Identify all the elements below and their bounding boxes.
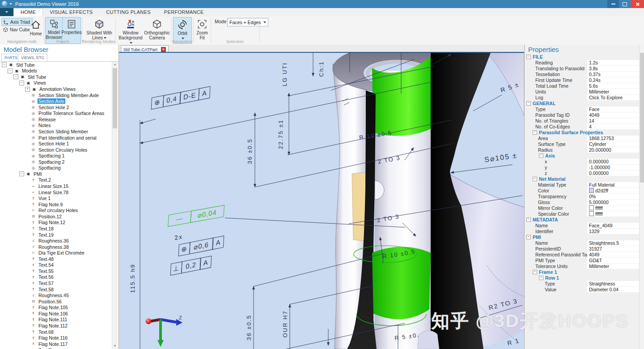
property-row[interactable]: Referenced Parasolid Tag ID4049: [525, 251, 639, 257]
tree-item[interactable]: TFlag Note.112: [0, 323, 111, 329]
property-row[interactable]: NameFace_4049: [525, 222, 639, 228]
property-row[interactable]: Radius20.000000: [525, 147, 639, 153]
property-row[interactable]: Tessellation0.37s: [525, 71, 639, 77]
property-row[interactable]: Surface TypeCylinder: [525, 141, 639, 147]
property-row[interactable]: Total Load Time5.6s: [525, 83, 639, 89]
collapse-icon[interactable]: −: [13, 74, 18, 79]
menu-tab-performance[interactable]: PERFORMANCE: [157, 8, 211, 16]
property-row[interactable]: z0.000000: [525, 170, 639, 176]
property-row[interactable]: TypeFace: [525, 106, 639, 112]
tree-item[interactable]: TFlag Note.117: [0, 341, 111, 347]
property-row[interactable]: Tolerance UnitsMillimeter: [525, 263, 639, 269]
tree-item[interactable]: TText.58: [0, 286, 111, 293]
tree-item[interactable]: ◎Release: [0, 116, 111, 123]
tab-close-icon[interactable]: ✕: [161, 47, 166, 52]
property-section-header[interactable]: −Row 1: [525, 275, 639, 281]
property-row[interactable]: Reading1.2s: [525, 60, 639, 65]
property-section-header[interactable]: −FILE: [525, 54, 639, 60]
property-row[interactable]: ValueDiameter 0.04: [525, 286, 639, 292]
property-row[interactable]: No. of Co-Edges4: [525, 123, 639, 129]
minimize-button[interactable]: [607, 0, 619, 8]
property-section-header[interactable]: −PMI: [525, 234, 639, 240]
maximize-button[interactable]: [619, 0, 631, 8]
zoom-fit-button[interactable]: Zoom Fit: [194, 17, 210, 43]
tree-item[interactable]: ◎Section Hole 1: [0, 140, 111, 147]
collapse-icon[interactable]: −: [19, 171, 24, 176]
tree-item[interactable]: TFlag Note.106: [0, 311, 111, 317]
property-row[interactable]: Transparency0%: [525, 193, 639, 199]
property-row[interactable]: PMI TypeGD&T: [525, 257, 639, 263]
tree-item[interactable]: ⊡Position.12: [0, 213, 111, 220]
tree-item[interactable]: ◎Spotfacing 2: [0, 159, 111, 165]
nav-cube-button[interactable]: Nav Cube: [1, 26, 32, 33]
property-row[interactable]: NameStraightness.5: [525, 240, 639, 246]
tree-item[interactable]: TText.2: [0, 177, 111, 183]
tree-item[interactable]: TText.7: [0, 347, 111, 349]
property-row[interactable]: Translating to Parasolid3.8s: [525, 65, 639, 71]
property-row[interactable]: Specular Colorffffff: [525, 211, 639, 217]
tree-item[interactable]: ⊡Position.56: [0, 298, 111, 305]
property-section-header[interactable]: −Axis: [525, 153, 639, 158]
property-section-header[interactable]: −METADATA: [525, 217, 639, 222]
tree-item[interactable]: ◎Notes: [0, 123, 111, 129]
property-section-header[interactable]: −Parasolid Surface Properties: [525, 129, 639, 135]
tree-item[interactable]: −▣Sld Tube: [0, 74, 111, 80]
property-row[interactable]: UnitsMillimeter: [525, 89, 639, 94]
tree-item[interactable]: TText.18: [0, 226, 111, 232]
property-row[interactable]: Area1868.12753: [525, 135, 639, 141]
tree-item[interactable]: ⌐Linear Size.78: [0, 189, 111, 196]
tree-item[interactable]: TFlag Note.111: [0, 317, 111, 323]
tree-item[interactable]: ◎Spotfacing: [0, 165, 111, 171]
property-row[interactable]: Identifier1329: [525, 228, 639, 234]
tree-item[interactable]: TFlag Note.12: [0, 220, 111, 226]
property-section-header[interactable]: −Net Material: [525, 176, 639, 182]
tree-item[interactable]: ◎Profile Tolerance Surface Areas: [0, 111, 111, 117]
tree-item[interactable]: ⚐Dia Tige Ext Chromée: [0, 250, 111, 256]
orthographic-camera-button[interactable]: Orthographic Camera: [144, 17, 170, 43]
tree-item[interactable]: ◎Section Sliding Member: [0, 128, 111, 135]
menu-tab-visual-effects[interactable]: VISUAL EFFECTS: [43, 8, 99, 16]
tree-item[interactable]: −▣Views: [0, 80, 111, 86]
tree-item[interactable]: TFlag Note.105: [0, 305, 111, 311]
collapse-icon[interactable]: −: [526, 55, 531, 59]
property-row[interactable]: Material TypeFull Material: [525, 182, 639, 187]
expand-icon[interactable]: +: [25, 87, 30, 92]
collapse-icon[interactable]: −: [526, 101, 531, 106]
property-row[interactable]: LogClick To Explore: [525, 94, 639, 100]
tree-item[interactable]: ◎Section Circulary Holes: [0, 147, 111, 153]
tree-item[interactable]: TText.68: [0, 329, 111, 335]
tree-item[interactable]: ◎Section Hole 2: [0, 104, 111, 111]
tree-item[interactable]: √Roughness.45: [0, 292, 111, 298]
property-row[interactable]: y-1.000000: [525, 164, 639, 170]
collapse-icon[interactable]: −: [19, 81, 24, 85]
property-section-header[interactable]: −GENERAL: [525, 100, 639, 106]
tree-scrollbar[interactable]: ▲ ▼: [112, 62, 118, 349]
tree-item[interactable]: √Roughness.38: [0, 244, 111, 250]
properties-scrollbar[interactable]: [639, 45, 644, 349]
collapse-icon[interactable]: −: [533, 177, 537, 181]
tree-item[interactable]: ⚐Ref circulary Holes: [0, 208, 111, 214]
property-section-header[interactable]: −Frame 1: [525, 269, 639, 275]
tree-item[interactable]: TText.48: [0, 256, 111, 262]
viewport-3d[interactable]: 36 ±0.522.75 ±1LG UTICh:1115.5 h936 ±0.5…: [119, 53, 524, 349]
tree-item[interactable]: TText.19: [0, 232, 111, 238]
tree-item[interactable]: √Roughness.36: [0, 238, 111, 244]
scroll-up-icon[interactable]: ▲: [112, 62, 118, 67]
collapse-icon[interactable]: −: [539, 153, 543, 158]
tree-item[interactable]: −▣Sld Tube: [0, 62, 111, 68]
tree-item[interactable]: TText.56: [0, 274, 111, 281]
collapse-icon[interactable]: −: [539, 276, 543, 280]
tree-item[interactable]: TText.55: [0, 268, 111, 274]
axis-triad-button[interactable]: Axis Triad: [1, 18, 33, 26]
tree-item[interactable]: +▣Annotation Views: [0, 86, 111, 92]
tree-item[interactable]: −▣PMI: [0, 171, 111, 177]
collapse-icon[interactable]: −: [8, 68, 13, 73]
scrollbar-thumb[interactable]: [113, 68, 117, 128]
collapse-icon[interactable]: −: [533, 130, 537, 135]
close-button[interactable]: [631, 0, 644, 8]
mode-dropdown[interactable]: Faces + Edges: [227, 18, 268, 26]
property-row[interactable]: Parasolid Tag ID4049: [525, 112, 639, 118]
collapse-icon[interactable]: −: [526, 217, 531, 222]
menu-tab-cutting-planes[interactable]: CUTTING PLANES: [99, 8, 157, 16]
collapse-icon[interactable]: −: [526, 235, 531, 239]
